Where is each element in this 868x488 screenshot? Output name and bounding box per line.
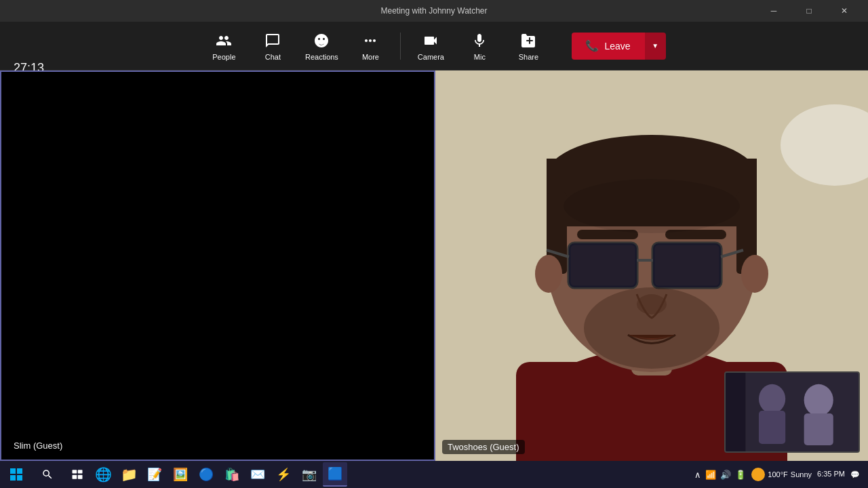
svg-rect-36: [73, 475, 77, 479]
camera-label: Camera: [418, 53, 444, 61]
notification-center-button[interactable]: 💬: [850, 470, 860, 479]
app7-taskbar-icon[interactable]: ⚡: [271, 462, 296, 487]
svg-rect-29: [726, 372, 745, 452]
chat-button[interactable]: Chat: [251, 26, 294, 66]
system-tray-icons: ∧ 📶 🔊 🔋: [694, 470, 746, 480]
mic-label: Mic: [474, 53, 486, 61]
browser-taskbar-icon[interactable]: 🔵: [194, 462, 218, 487]
svg-rect-33: [17, 475, 22, 481]
reactions-button[interactable]: Reactions: [300, 26, 343, 66]
teams-taskbar-icon[interactable]: 🟦: [323, 462, 347, 487]
chat-icon: [263, 31, 282, 50]
toolbar: 27:13 People Chat Reactions: [0, 22, 868, 70]
titlebar-controls: ─ □ ✕: [758, 0, 860, 22]
start-button[interactable]: [3, 462, 30, 487]
share-button[interactable]: Share: [507, 26, 550, 66]
svg-rect-28: [804, 413, 833, 445]
video-area: Slim (Guest): [0, 70, 868, 461]
slim-participant-label: Slim (Guest): [8, 439, 68, 453]
leave-button[interactable]: 📞 Leave: [572, 33, 644, 60]
svg-point-23: [564, 179, 740, 233]
more-label: More: [362, 53, 379, 61]
mail-taskbar-icon[interactable]: ✉️: [245, 462, 270, 487]
tray-icon-network[interactable]: 📶: [705, 470, 716, 480]
svg-point-10: [535, 255, 562, 293]
notepad-taskbar-icon[interactable]: 📝: [142, 462, 167, 487]
people-button[interactable]: People: [202, 26, 245, 66]
svg-rect-31: [17, 468, 22, 474]
taskbar: 🌐 📁 📝 🖼️ 🔵 🛍️ ✉️ ⚡ 📷 🟦 ∧ 📶 🔊 🔋 100°F Sun…: [0, 461, 868, 488]
svg-point-22: [584, 287, 719, 369]
svg-rect-35: [78, 470, 83, 473]
task-view-button[interactable]: [65, 462, 90, 487]
edge-taskbar-icon[interactable]: 🌐: [91, 462, 115, 487]
participant-slim-panel: Slim (Guest): [0, 70, 435, 461]
reactions-label: Reactions: [305, 53, 338, 61]
photos-taskbar-icon[interactable]: 🖼️: [168, 462, 193, 487]
taskbar-right-area: ∧ 📶 🔊 🔋 100°F Sunny 6:35 PM 💬: [694, 468, 865, 481]
svg-point-11: [741, 255, 768, 293]
leave-button-group: 📞 Leave ▼: [572, 33, 665, 60]
tray-icon-speaker[interactable]: 🔊: [720, 470, 731, 480]
maximize-button[interactable]: □: [793, 0, 825, 22]
app8-taskbar-icon[interactable]: 📷: [297, 462, 321, 487]
mic-icon: [470, 31, 489, 50]
twoshoes-participant-label: Twoshoes (Guest): [442, 440, 525, 454]
weather-temp: 100°F: [768, 470, 787, 479]
self-view-thumbnail: [724, 371, 860, 453]
svg-rect-34: [73, 470, 77, 473]
weather-icon: [751, 468, 765, 481]
people-label: People: [212, 53, 235, 61]
svg-rect-15: [569, 243, 637, 287]
share-label: Share: [519, 53, 538, 61]
camera-button[interactable]: Camera: [409, 26, 452, 66]
search-taskbar-button[interactable]: [31, 462, 64, 487]
chat-label: Chat: [265, 53, 281, 61]
svg-rect-32: [10, 475, 16, 481]
camera-icon: [421, 31, 440, 50]
titlebar: Meeting with Johnny Watcher ─ □ ✕: [0, 0, 868, 22]
close-button[interactable]: ✕: [829, 0, 860, 22]
taskbar-time-display: 6:35 PM: [817, 469, 845, 479]
minimize-button[interactable]: ─: [758, 0, 789, 22]
store-taskbar-icon[interactable]: 🛍️: [220, 462, 244, 487]
explorer-taskbar-icon[interactable]: 📁: [117, 462, 141, 487]
svg-rect-24: [726, 372, 859, 452]
svg-point-25: [759, 384, 785, 413]
svg-rect-17: [653, 243, 721, 287]
participant-twoshoes-panel: Twoshoes (Guest): [435, 70, 868, 461]
thumbnail-video: [726, 373, 859, 451]
tray-icon-up[interactable]: ∧: [694, 470, 701, 480]
weather-condition: Sunny: [791, 470, 812, 479]
people-icon: [214, 31, 233, 50]
toolbar-divider: [400, 33, 401, 60]
svg-rect-37: [78, 475, 83, 479]
leave-dropdown-button[interactable]: ▼: [644, 33, 666, 60]
mic-button[interactable]: Mic: [458, 26, 501, 66]
more-button[interactable]: More: [349, 26, 392, 66]
svg-rect-26: [759, 411, 785, 444]
titlebar-title: Meeting with Johnny Watcher: [381, 0, 488, 22]
tray-icon-battery[interactable]: 🔋: [735, 470, 746, 480]
svg-rect-30: [10, 468, 16, 474]
taskbar-clock[interactable]: 6:35 PM: [817, 469, 845, 479]
weather-widget[interactable]: 100°F Sunny: [751, 468, 812, 481]
share-icon: [519, 31, 538, 50]
svg-point-27: [804, 384, 833, 416]
reactions-icon: [312, 31, 331, 50]
more-icon: [361, 31, 380, 50]
